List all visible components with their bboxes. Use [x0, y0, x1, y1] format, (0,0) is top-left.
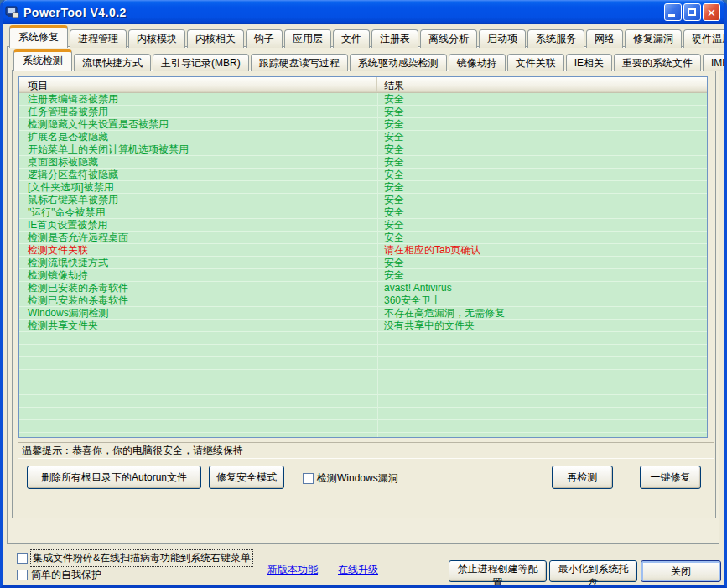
cell-result: 安全: [377, 169, 707, 181]
sub-tab-0[interactable]: 系统检测: [13, 49, 72, 71]
table-row[interactable]: "运行"命令被禁用安全: [19, 206, 707, 219]
table-row[interactable]: 注册表编辑器被禁用安全: [19, 93, 707, 106]
sub-tab-1[interactable]: 流氓快捷方式: [74, 54, 151, 71]
checkbox-icon[interactable]: [303, 473, 314, 484]
table-row[interactable]: 任务管理器被禁用安全: [19, 106, 707, 118]
context-menu-integration-checkbox[interactable]: 集成文件粉碎&在线扫描病毒功能到系统右键菜单: [17, 550, 252, 566]
cell-item: 鼠标右键菜单被禁用: [19, 194, 377, 206]
cell-item: Windows漏洞检测: [19, 307, 377, 320]
main-tab-4[interactable]: 钩子: [246, 29, 283, 48]
cell-result: 安全: [377, 232, 707, 244]
column-header-item[interactable]: 项目: [19, 77, 377, 92]
minimize-to-tray-button[interactable]: 最小化到系统托盘: [549, 560, 637, 582]
table-row[interactable]: 逻辑分区盘符被隐藏安全: [19, 169, 707, 181]
table-row[interactable]: 检测镜像劫持安全: [19, 269, 707, 282]
one-key-fix-button[interactable]: 一键修复: [640, 466, 701, 489]
sub-tab-3[interactable]: 跟踪硬盘读写过程: [251, 54, 348, 71]
main-tab-13[interactable]: 硬件温度检测: [683, 29, 727, 48]
status-bar: 温馨提示：恭喜你，你的电脑很安全，请继续保持: [18, 442, 714, 459]
table-row[interactable]: 检测是否允许远程桌面安全: [19, 232, 707, 244]
table-row[interactable]: 检测共享文件夹没有共享中的文件夹: [19, 320, 707, 332]
cell-result: 安全: [377, 206, 707, 219]
table-row[interactable]: Windows漏洞检测不存在高危漏洞，无需修复: [19, 307, 707, 320]
main-tab-5[interactable]: 应用层: [284, 29, 331, 48]
table-row[interactable]: 检测流氓快捷方式安全: [19, 257, 707, 269]
cell-item: 检测隐藏文件夹设置是否被禁用: [19, 118, 377, 131]
checkbox-label: 检测Windows漏洞: [317, 471, 398, 486]
table-row[interactable]: 桌面图标被隐藏安全: [19, 156, 707, 169]
sub-tab-6[interactable]: 文件关联: [507, 54, 564, 71]
main-tab-8[interactable]: 离线分析: [420, 29, 477, 48]
detection-table[interactable]: 项目 结果 注册表编辑器被禁用安全任务管理器被禁用安全检测隐藏文件夹设置是否被禁…: [18, 76, 708, 438]
cell-result: 安全: [377, 194, 707, 206]
main-tab-3[interactable]: 内核相关: [187, 29, 244, 48]
table-body: 注册表编辑器被禁用安全任务管理器被禁用安全检测隐藏文件夹设置是否被禁用安全扩展名…: [19, 93, 707, 438]
window-controls: ✕: [664, 3, 720, 21]
main-tab-9[interactable]: 启动项: [479, 29, 526, 48]
cell-result: 不存在高危漏洞，无需修复: [377, 307, 707, 320]
cell-result: 安全: [377, 257, 707, 269]
close-icon[interactable]: ✕: [703, 3, 720, 21]
cell-item: IE首页设置被禁用: [19, 219, 377, 232]
sub-tab-9[interactable]: IME输入法: [703, 54, 727, 71]
checkbox-label: 集成文件粉碎&在线扫描病毒功能到系统右键菜单: [31, 550, 252, 566]
sub-tab-2[interactable]: 主引导记录(MBR): [153, 54, 249, 71]
sub-tab-8[interactable]: 重要的系统文件: [614, 54, 701, 71]
sub-tab-7[interactable]: IE相关: [566, 54, 612, 71]
main-tab-2[interactable]: 内核模块: [128, 29, 185, 48]
main-tab-strip: 系统修复进程管理内核模块内核相关钩子应用层文件注册表离线分析启动项系统服务网络修…: [9, 26, 727, 47]
minimize-icon[interactable]: [664, 3, 682, 21]
cell-result: 安全: [377, 106, 707, 118]
close-app-button[interactable]: 关闭: [641, 560, 721, 582]
table-row[interactable]: 开始菜单上的关闭计算机选项被禁用安全: [19, 143, 707, 156]
column-header-result[interactable]: 结果: [377, 77, 707, 92]
table-row[interactable]: 鼠标右键菜单被禁用安全: [19, 194, 707, 206]
fix-safe-mode-button[interactable]: 修复安全模式: [209, 466, 284, 489]
main-tab-12[interactable]: 修复漏洞: [625, 29, 682, 48]
main-tab-6[interactable]: 文件: [333, 29, 370, 48]
check-windows-vuln-checkbox[interactable]: 检测Windows漏洞: [303, 471, 398, 486]
status-text: 温馨提示：恭喜你，你的电脑很安全，请继续保持: [22, 445, 243, 456]
cell-result: 安全: [377, 269, 707, 282]
checkbox-icon[interactable]: [17, 570, 28, 580]
cell-result: 安全: [377, 156, 707, 169]
table-row[interactable]: 扩展名是否被隐藏安全: [19, 131, 707, 143]
main-tab-7[interactable]: 注册表: [371, 29, 418, 48]
cell-item: 检测是否允许远程桌面: [19, 232, 377, 244]
main-tab-10[interactable]: 系统服务: [527, 29, 584, 48]
cell-item: 注册表编辑器被禁用: [19, 93, 377, 106]
main-tab-1[interactable]: 进程管理: [70, 29, 127, 48]
cell-item: 扩展名是否被隐藏: [19, 131, 377, 143]
cell-result: 安全: [377, 118, 707, 131]
main-tab-0[interactable]: 系统修复: [9, 25, 68, 48]
maximize-icon[interactable]: [683, 3, 701, 21]
cell-result: 安全: [377, 181, 707, 194]
online-upgrade-link[interactable]: 在线升级: [338, 563, 378, 577]
cell-item: 检测流氓快捷方式: [19, 257, 377, 269]
cell-result: 安全: [377, 219, 707, 232]
delete-autorun-button[interactable]: 删除所有根目录下的Autorun文件: [27, 466, 201, 489]
sub-tab-strip: 系统检测流氓快捷方式主引导记录(MBR)跟踪硬盘读写过程系统驱动感染检测镜像劫持…: [13, 50, 727, 70]
recheck-button[interactable]: 再检测: [552, 466, 613, 489]
main-tab-11[interactable]: 网络: [586, 29, 623, 48]
table-row[interactable]: 检测文件关联请在相应的Tab页确认: [19, 244, 707, 257]
checkbox-icon[interactable]: [17, 553, 28, 564]
table-row[interactable]: 检测已安装的杀毒软件360安全卫士: [19, 294, 707, 307]
cell-result: 没有共享中的文件夹: [377, 320, 707, 332]
cell-item: 逻辑分区盘符被隐藏: [19, 169, 377, 181]
title-bar[interactable]: PowerTool V4.0.2 ✕: [0, 0, 727, 24]
table-row[interactable]: [文件夹选项]被禁用安全: [19, 181, 707, 194]
cell-item: 检测镜像劫持: [19, 269, 377, 282]
table-row[interactable]: IE首页设置被禁用安全: [19, 219, 707, 232]
cell-result: 安全: [377, 131, 707, 143]
cell-item: 检测已安装的杀毒软件: [19, 282, 377, 294]
sub-tab-4[interactable]: 系统驱动感染检测: [350, 54, 447, 71]
table-row[interactable]: 检测隐藏文件夹设置是否被禁用安全: [19, 118, 707, 131]
sub-tab-5[interactable]: 镜像劫持: [449, 54, 506, 71]
cell-item: "运行"命令被禁用: [19, 206, 377, 219]
table-row[interactable]: 检测已安装的杀毒软件avast! Antivirus: [19, 282, 707, 294]
self-protect-checkbox[interactable]: 简单的自我保护: [17, 568, 101, 582]
forbid-process-create-config-button[interactable]: 禁止进程创建等配置: [449, 560, 547, 582]
table-header: 项目 结果: [19, 77, 707, 93]
new-version-features-link[interactable]: 新版本功能: [267, 563, 318, 577]
